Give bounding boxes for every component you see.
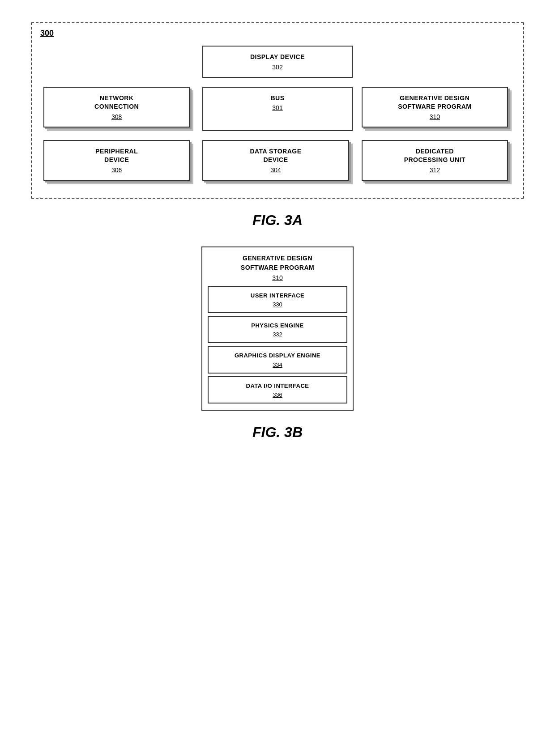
peripheral-device-num: 306: [49, 166, 184, 174]
physics-engine-box: PHYSICS ENGINE 332: [208, 316, 347, 343]
software-program-title: GENERATIVE DESIGNSOFTWARE PROGRAM: [241, 255, 314, 271]
bus-title: BUS: [270, 94, 284, 102]
network-connection-box: NETWORKCONNECTION 308: [43, 87, 190, 127]
bus-box: BUS 301: [202, 87, 352, 131]
dedicated-processing-unit-num: 312: [367, 166, 503, 174]
data-io-interface-title: DATA I/O INTERFACE: [246, 382, 309, 389]
network-connection-num: 308: [49, 113, 184, 120]
sub-components-list: USER INTERFACE 330 PHYSICS ENGINE 332 GR…: [202, 281, 353, 410]
empty-cell-top-right: [362, 46, 512, 78]
software-program-title-row: GENERATIVE DESIGNSOFTWARE PROGRAM 310: [202, 247, 353, 281]
display-device-num: 302: [208, 64, 347, 71]
user-interface-title: USER INTERFACE: [251, 292, 304, 299]
empty-cell-top-left: [43, 46, 193, 78]
bus-num: 301: [208, 104, 347, 111]
generative-design-software-box: GENERATIVE DESIGNSOFTWARE PROGRAM 310: [362, 87, 508, 127]
system-dashed-boundary: 300 DISPLAY DEVICE 302 NETWORKCONNECTION…: [31, 22, 524, 199]
fig3b-diagram: GENERATIVE DESIGNSOFTWARE PROGRAM 310 US…: [31, 246, 524, 450]
software-program-outer-box: GENERATIVE DESIGNSOFTWARE PROGRAM 310 US…: [201, 246, 354, 411]
graphics-display-engine-box: GRAPHICS DISPLAY ENGINE 334: [208, 346, 347, 373]
physics-engine-num: 332: [212, 331, 343, 338]
display-device-title: DISPLAY DEVICE: [250, 53, 305, 60]
data-storage-device-title: DATA STORAGEDEVICE: [250, 148, 301, 164]
data-storage-device-num: 304: [208, 166, 343, 174]
physics-engine-title: PHYSICS ENGINE: [251, 322, 304, 329]
fig3a-diagram: 300 DISPLAY DEVICE 302 NETWORKCONNECTION…: [31, 22, 524, 238]
generative-design-software-num: 310: [367, 113, 503, 120]
peripheral-device-box: PERIPHERALDEVICE 306: [43, 140, 190, 181]
user-interface-box: USER INTERFACE 330: [208, 286, 347, 313]
dedicated-processing-unit-box: DEDICATEDPROCESSING UNIT 312: [362, 140, 508, 181]
display-device-box: DISPLAY DEVICE 302: [202, 46, 352, 78]
data-io-interface-box: DATA I/O INTERFACE 336: [208, 376, 347, 403]
component-grid: DISPLAY DEVICE 302 NETWORKCONNECTION 308…: [43, 46, 512, 184]
graphics-display-engine-num: 334: [212, 361, 343, 368]
fig3a-caption: FIG. 3A: [31, 212, 524, 229]
system-label: 300: [40, 29, 54, 38]
network-connection-title: NETWORKCONNECTION: [94, 94, 139, 110]
generative-design-software-title: GENERATIVE DESIGNSOFTWARE PROGRAM: [398, 94, 471, 110]
user-interface-num: 330: [212, 301, 343, 308]
page-content: 300 DISPLAY DEVICE 302 NETWORKCONNECTION…: [0, 0, 555, 756]
dedicated-processing-unit-title: DEDICATEDPROCESSING UNIT: [404, 148, 465, 164]
fig3b-caption: FIG. 3B: [252, 424, 303, 441]
peripheral-device-title: PERIPHERALDEVICE: [95, 148, 138, 164]
software-program-num: 310: [207, 274, 348, 281]
data-storage-device-box: DATA STORAGEDEVICE 304: [202, 140, 349, 181]
graphics-display-engine-title: GRAPHICS DISPLAY ENGINE: [235, 352, 320, 359]
data-io-interface-num: 336: [212, 391, 343, 398]
